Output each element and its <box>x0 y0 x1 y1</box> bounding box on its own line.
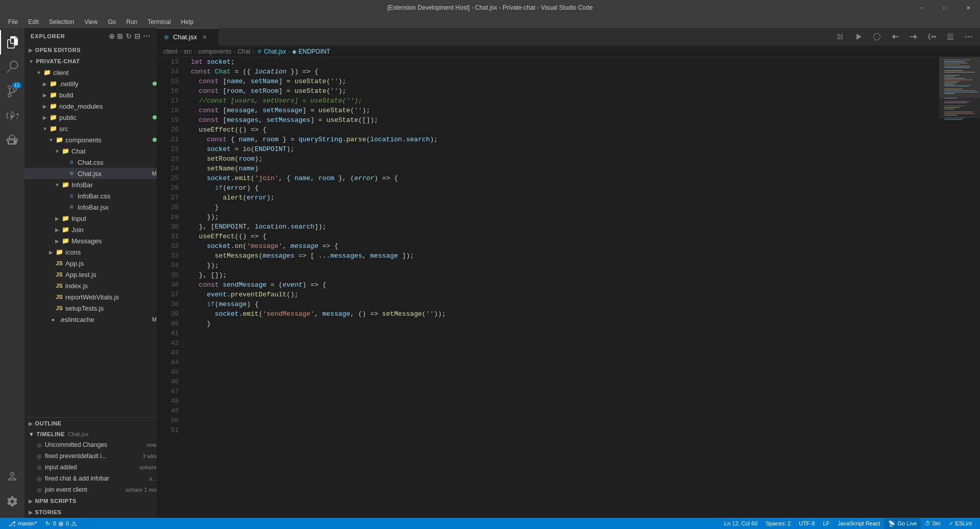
breadcrumb-src[interactable]: src <box>184 48 192 55</box>
menu-file[interactable]: File <box>4 17 22 27</box>
activity-account[interactable] <box>0 465 24 489</box>
more-actions-icon[interactable]: ⋯ <box>143 32 151 40</box>
tree-item-eslint[interactable]: ▶ ● .eslintcache M <box>24 314 157 325</box>
outline-header[interactable]: ▶ Outline <box>24 418 157 429</box>
timeline-item-1[interactable]: ◎ fixed preventdefault i... 3 wks <box>24 450 157 462</box>
tree-item-app-js[interactable]: ▶ JS App.js <box>24 258 157 269</box>
tree-item-chat-jsx[interactable]: ▶ ⚛ Chat.jsx M <box>24 168 157 179</box>
sync-item[interactable]: ↻ 0 ⊗ 0 ⚠ <box>41 518 81 529</box>
tree-item-infobar-css[interactable]: ▶ ≡ InfoBar.css <box>24 190 157 201</box>
toggle-panel-button[interactable] <box>943 30 958 44</box>
refresh-icon[interactable]: ↻ <box>126 32 132 40</box>
timeline-header[interactable]: ▼ Timeline Chat.jsx <box>24 429 157 439</box>
tree-item-setup[interactable]: ▶ JS setupTests.js <box>24 303 157 314</box>
code-line-46: const sendMessage = (event) => { <box>183 280 939 290</box>
sidebar-bottom: ▶ Outline ▼ Timeline Chat.jsx ◎ Uncommit… <box>24 417 157 518</box>
timeline-item-3[interactable]: ◎ fixed chat & add infobar s... <box>24 473 157 484</box>
timeline-item-4[interactable]: ◎ join event client sohanr 1 mo <box>24 484 157 495</box>
timeline-item-uncommitted[interactable]: ◎ Uncommitted Changes now <box>24 439 157 450</box>
stories-header[interactable]: ▶ Stories <box>24 507 157 518</box>
tree-item-messages[interactable]: ▶ 📁 Messages <box>24 235 157 246</box>
menu-run[interactable]: Run <box>122 17 141 27</box>
activity-settings[interactable] <box>0 489 24 514</box>
time-item[interactable]: ⏱ 0m <box>921 518 944 529</box>
breadcrumb-client[interactable]: client <box>163 48 178 55</box>
tree-item-build[interactable]: ▶ 📁 build <box>24 89 157 100</box>
activity-extensions[interactable] <box>0 128 24 153</box>
minimize-button[interactable]: ─ <box>910 0 933 15</box>
warnings-count: 0 <box>66 520 69 526</box>
tree-item-chat-folder[interactable]: ▼ 📁 Chat <box>24 145 157 157</box>
revert-button[interactable] <box>870 30 884 44</box>
tl-icon-3: ◎ <box>37 475 42 482</box>
activity-explorer[interactable] <box>0 30 24 55</box>
breadcrumb-sep-2: › <box>194 48 196 55</box>
tab-close-button[interactable]: × <box>202 33 207 42</box>
tree-item-report[interactable]: ▶ JS reportWebVitals.js <box>24 291 157 303</box>
menu-selection[interactable]: Selection <box>45 17 78 27</box>
timeline-item-2[interactable]: ◎ input added sohanr <box>24 462 157 473</box>
eol-item[interactable]: LF <box>819 518 834 529</box>
project-header[interactable]: ▼ Private-Chat <box>24 56 157 67</box>
menu-edit[interactable]: Edit <box>24 17 43 27</box>
tree-item-icons[interactable]: ▶ 📁 icons <box>24 246 157 258</box>
npm-scripts-header[interactable]: ▶ NPM Scripts <box>24 495 157 507</box>
breadcrumb-chatjsx[interactable]: ⚛ Chat.jsx <box>257 48 286 55</box>
breadcrumb-chat[interactable]: Chat <box>237 48 250 55</box>
code-line-35: }); <box>183 212 939 222</box>
code-content[interactable]: let socket; const Chat = ({ location }) … <box>183 57 939 518</box>
tree-item-netlify[interactable]: ▶ 📁 .netlify <box>24 78 157 89</box>
tree-item-src[interactable]: ▼ 📁 src <box>24 123 157 134</box>
window-title: [Extension Development Host] - Chat.jsx … <box>387 4 593 11</box>
uncommitted-label: Uncommitted Changes <box>45 441 144 448</box>
tree-item-chat-css[interactable]: ▶ ≡ Chat.css <box>24 157 157 168</box>
activity-search[interactable] <box>0 55 24 79</box>
stories-chevron: ▶ <box>29 510 33 515</box>
tree-item-app-test[interactable]: ▶ JS App.test.js <box>24 269 157 280</box>
spaces: Spaces: 2 <box>766 520 791 526</box>
collapse-icon[interactable]: ⊟ <box>134 32 141 40</box>
navigate-back-button[interactable] <box>888 30 902 44</box>
code-line-32: if(error) { <box>183 183 939 193</box>
menu-help[interactable]: Help <box>177 17 198 27</box>
git-branch-item[interactable]: ⎇ master* <box>4 518 41 529</box>
menu-terminal[interactable]: Terminal <box>143 17 175 27</box>
new-folder-icon[interactable]: ⊞ <box>117 32 124 40</box>
tree-item-join[interactable]: ▶ 📁 Join <box>24 224 157 235</box>
tree-item-components[interactable]: ▼ 📁 components <box>24 134 157 145</box>
more-button[interactable] <box>962 30 976 44</box>
close-button[interactable]: ✕ <box>957 0 980 15</box>
menu-view[interactable]: View <box>80 17 102 27</box>
eslint-item[interactable]: ✓ ESLint <box>945 518 976 529</box>
tree-item-infobar[interactable]: ▼ 📁 InfoBar <box>24 179 157 190</box>
menu-go[interactable]: Go <box>104 17 120 27</box>
report-icon: JS <box>55 293 63 301</box>
tree-item-input[interactable]: ▶ 📁 Input <box>24 213 157 224</box>
spaces-item[interactable]: Spaces: 2 <box>762 518 795 529</box>
outline-label: Outline <box>35 420 62 426</box>
run-button[interactable] <box>851 30 866 44</box>
tree-item-public[interactable]: ▶ 📁 public <box>24 112 157 123</box>
public-label: public <box>59 114 151 121</box>
go-live-item[interactable]: 📡 Go Live <box>884 518 921 529</box>
tab-chat-jsx[interactable]: ⚛ Chat.jsx × <box>157 28 218 45</box>
open-changes-button[interactable] <box>925 30 939 44</box>
activity-run[interactable] <box>0 104 24 128</box>
open-editors-label: Open Editors <box>35 47 81 53</box>
breadcrumb-components[interactable]: components <box>198 48 231 55</box>
new-file-icon[interactable]: ⊕ <box>109 32 115 40</box>
tree-item-infobar-jsx[interactable]: ▶ ⚛ InfoBar.jsx <box>24 201 157 213</box>
tree-item-index-js[interactable]: ▶ JS index.js <box>24 280 157 291</box>
tree-item-node-modules[interactable]: ▶ 📁 node_modules <box>24 100 157 112</box>
cursor-position-item[interactable]: Ln 12, Col 60 <box>720 518 762 529</box>
activity-scm[interactable]: 11 <box>0 79 24 104</box>
code-line-50: socket.emit('sendMessage', message, () =… <box>183 309 939 319</box>
maximize-button[interactable]: □ <box>933 0 957 15</box>
tree-item-client[interactable]: ▼ 📁 client <box>24 67 157 78</box>
encoding-item[interactable]: UTF-8 <box>795 518 819 529</box>
split-editor-button[interactable] <box>833 30 847 44</box>
navigate-forward-button[interactable] <box>906 30 921 44</box>
language-item[interactable]: JavaScript React <box>834 518 884 529</box>
open-editors-header[interactable]: ▶ Open Editors <box>24 44 157 56</box>
breadcrumb-endpoint[interactable]: ◈ ENDPOINT <box>292 48 330 55</box>
